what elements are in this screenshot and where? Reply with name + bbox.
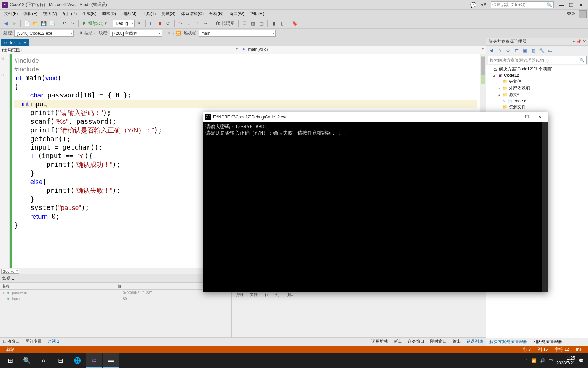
watch-row[interactable]: ▷ ● password 0x006ffb6c "123" [0,290,231,296]
taskbar-clock[interactable]: 1:252023/7/21 [556,356,575,366]
thread-flag-icon[interactable]: ▼ ▾ 🔀 [166,31,182,36]
scope-left[interactable]: (全局范围) [0,46,240,54]
pin-icon[interactable]: 📌 [576,39,581,44]
tab-immediate[interactable]: 即时窗口 [427,338,450,346]
feedback-icon[interactable]: 💬 [470,2,476,8]
file-code-c[interactable]: ▷📄code.c [488,98,587,104]
thread-combo[interactable]: [7268] 主线程 [110,30,162,37]
taskview-button[interactable]: ⊟ [52,353,69,368]
solution-search[interactable]: 搜索解决方案资源管理器(Ctrl+;) 🔍 [488,56,587,64]
show-next-icon[interactable]: → [202,20,210,27]
menu-debug[interactable]: 调试(D) [99,11,119,17]
tab-output[interactable]: 输出 [450,338,464,346]
volume-icon[interactable]: 🔊 [540,358,545,363]
close-icon[interactable]: ✕ [583,39,586,44]
menu-arch[interactable]: 体系结构(C) [178,11,206,17]
folder-resources[interactable]: 📁资源文件 [488,104,587,110]
redo-icon[interactable]: ↷ [69,20,76,27]
tool-icon-2[interactable]: ▦ [249,20,257,27]
preview-icon[interactable]: ▭ [547,47,554,54]
menu-file[interactable]: 文件(F) [1,11,21,17]
quick-launch[interactable]: 快速启动 (Ctrl+Q) 🔍 [491,1,554,8]
codemap-button[interactable]: 🗺 代码图 [214,20,237,27]
tab-auto[interactable]: 自动窗口 [0,338,22,346]
tab-close-icon[interactable]: ✕ [23,41,27,45]
menu-edit[interactable]: 编辑(E) [21,11,40,17]
solution-root[interactable]: 🗂解决方案"Code12"(1 个项目) [488,66,587,73]
folder-sources[interactable]: ◢📁源文件 [488,91,587,98]
tab-team-explorer[interactable]: 团队资源管理器 [530,338,565,346]
save-all-icon[interactable]: 📑 [48,20,56,27]
wifi-icon[interactable]: 📶 [531,358,537,363]
scope-right[interactable]: main(void) [240,46,486,54]
dropdown-icon[interactable]: ▾ [573,39,575,44]
step-out-icon[interactable]: ↑ [194,20,201,27]
console-minimize[interactable]: — [508,114,521,120]
menu-project[interactable]: 项目(P) [60,11,79,17]
console-window-icon[interactable]: ▬ [103,353,119,368]
stop-icon[interactable]: ■ [156,20,164,27]
folder-headers[interactable]: 📁头文件 [488,78,587,85]
tab-code-c[interactable]: code.c ⊕ ✕ [1,39,29,46]
close-button[interactable]: ✕ [576,2,586,8]
config-combo[interactable]: Debug [113,20,134,27]
bookmark-icon[interactable]: 🔖 [290,20,298,27]
menu-help[interactable]: 帮助(H) [247,11,267,17]
notifications-flag[interactable]: ▼5 [480,2,486,7]
minimize-button[interactable]: — [556,2,566,8]
ime-indicator[interactable]: 中 [549,358,553,364]
menu-build[interactable]: 生成(B) [79,11,99,17]
console-output[interactable]: 请输入密码：123456 ABDC 请确认是否输入正确（Y/N）：确认失败！请按… [203,122,542,292]
console-titlebar[interactable]: C:\ E:\NCRE C\Code12\Debug\Code12.exe — … [203,112,548,122]
notifications-icon[interactable]: 💬 [579,358,584,363]
project-node[interactable]: ◢▣Code12 [488,73,587,78]
start-button[interactable]: ⊞ [2,353,18,368]
maximize-button[interactable]: ❐ [566,2,576,8]
zoom-combo[interactable]: 100 % [1,269,19,274]
console-window[interactable]: C:\ E:\NCRE C\Code12\Debug\Code12.exe — … [203,112,548,292]
expand-icon[interactable]: ▷ [0,290,5,295]
menu-view[interactable]: 视图(V) [40,11,60,17]
suspend-button[interactable]: ⏸ 挂起 ▾ [77,30,97,36]
menu-test[interactable]: 测试(S) [159,11,178,17]
pause-icon[interactable]: ⏸ [148,20,155,27]
comment-icon[interactable]: ▮ [270,20,278,27]
show-all-icon[interactable]: ▦ [530,47,537,54]
tab-breakpoints[interactable]: 断点 [391,338,405,346]
tray-chevron-icon[interactable]: ˄ [526,358,528,363]
tab-locals[interactable]: 局部变量 [22,338,45,346]
back-icon[interactable]: ◀ [2,20,10,27]
undo-icon[interactable]: ↶ [60,20,68,27]
tab-errorlist[interactable]: 错误列表 [464,338,486,346]
continue-button[interactable]: ▶ 继续(C) ▾ [81,20,108,27]
menu-tools[interactable]: 工具(T) [139,11,159,17]
console-close[interactable]: ✕ [533,114,546,120]
chrome-icon[interactable]: 🌐 [69,353,85,368]
watch-row[interactable]: ● input 89 [0,296,231,301]
step-into-icon[interactable]: ↓ [185,20,193,27]
new-project-icon[interactable]: 📄 [23,20,30,27]
tab-watch1[interactable]: 监视 1 [45,338,62,346]
menu-analyze[interactable]: 分析(N) [206,11,226,17]
forward-icon[interactable]: ▶ [10,20,18,27]
search-button[interactable]: 🔍 [19,353,35,368]
pin-icon[interactable]: ⊕ [19,41,21,45]
stack-combo[interactable]: main [199,30,276,37]
home-icon[interactable]: ⌂ [496,47,503,54]
tab-callstack[interactable]: 调用堆栈 [369,338,391,346]
open-file-icon[interactable]: 📂 [31,20,39,27]
save-icon[interactable]: 💾 [40,20,47,27]
collapse-icon[interactable]: ▣ [522,47,528,54]
process-combo[interactable]: [5648] Code12.exe [14,30,74,37]
dropdown-icon[interactable]: ▾ [135,20,143,27]
menu-window[interactable]: 窗口(W) [226,11,247,17]
tab-solution-explorer[interactable]: 解决方案资源管理器 [486,338,530,346]
console-maximize[interactable]: ☐ [521,114,533,120]
back-icon[interactable]: ◀ [488,47,495,54]
sign-in-link[interactable]: 登录 [564,11,577,17]
restart-icon[interactable]: ⟳ [164,20,172,27]
visual-studio-icon[interactable]: ∞ [86,353,102,368]
sync-icon[interactable]: ⇄ [513,47,520,54]
avatar-icon[interactable] [579,10,587,18]
menu-team[interactable]: 团队(M) [119,11,139,17]
